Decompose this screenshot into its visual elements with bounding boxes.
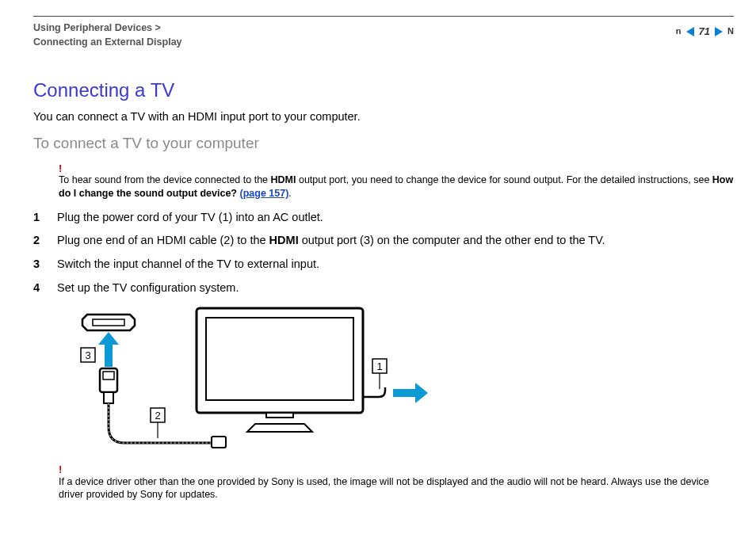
step2-a: Plug one end of an HDMI cable (2) to the: [57, 234, 269, 246]
svg-rect-7: [104, 392, 113, 403]
intro-text: You can connect a TV with an HDMI input …: [33, 109, 734, 125]
svg-rect-14: [266, 413, 293, 418]
top-rule: [33, 16, 734, 17]
svg-text:3: 3: [85, 349, 90, 361]
step2-hdmi: HDMI: [269, 234, 299, 246]
step-num: 1: [33, 210, 46, 226]
warning-icon: !: [59, 162, 734, 176]
note1-hdmi: HDMI: [271, 174, 296, 185]
step-3: 3 Switch the input channel of the TV to …: [33, 257, 734, 273]
step-num: 3: [33, 257, 46, 273]
svg-text:1: 1: [376, 360, 382, 372]
step-4: 4 Set up the TV configuration system.: [33, 280, 734, 296]
breadcrumb-sep: >: [155, 22, 161, 33]
diagram-label-3: 3: [81, 348, 95, 362]
section-subhead: To connect a TV to your computer: [33, 133, 734, 154]
svg-rect-15: [393, 389, 415, 397]
diagram-label-1: 1: [372, 359, 387, 389]
svg-rect-0: [93, 319, 124, 326]
step-1: 1 Plug the power cord of your TV (1) int…: [33, 210, 734, 226]
note1-dot: .: [288, 188, 291, 199]
step-text: Switch the input channel of the TV to ex…: [57, 257, 319, 273]
step-2: 2 Plug one end of an HDMI cable (2) to t…: [33, 233, 734, 249]
page-157-link[interactable]: (page 157): [240, 188, 289, 199]
step-num: 4: [33, 280, 46, 296]
page-number: 71: [699, 25, 710, 39]
svg-marker-2: [98, 332, 119, 345]
connection-diagram: 3 2: [65, 303, 734, 458]
breadcrumb-line2: Connecting an External Display: [33, 36, 182, 48]
note1-text-b: output port, you need to change the devi…: [296, 174, 712, 185]
steps-list: 1 Plug the power cord of your TV (1) int…: [33, 210, 734, 296]
svg-rect-1: [105, 345, 113, 367]
arrow-up-icon: [98, 332, 119, 367]
svg-text:2: 2: [155, 410, 160, 421]
header-row: Using Peripheral Devices > Connecting an…: [33, 21, 734, 49]
svg-marker-16: [415, 383, 428, 403]
svg-rect-8: [212, 437, 226, 448]
note2-text: If a device driver other than the one pr…: [59, 476, 709, 501]
note-driver: ! If a device driver other than the one …: [59, 463, 734, 502]
page-title: Connecting a TV: [33, 78, 734, 103]
step-text: Set up the TV configuration system.: [57, 280, 239, 296]
step-text: Plug the power cord of your TV (1) into …: [57, 210, 323, 226]
step-num: 2: [33, 233, 46, 249]
diagram-svg: 3 2: [65, 303, 445, 454]
diagram-label-2: 2: [151, 408, 165, 438]
pager: n 71 N: [676, 25, 734, 39]
svg-rect-6: [103, 372, 114, 380]
pager-next-icon[interactable]: [715, 27, 723, 36]
note-sound: ! To hear sound from the device connecte…: [59, 162, 734, 200]
hdmi-port-icon: [82, 315, 135, 330]
note1-text-a: To hear sound from the device connected …: [59, 174, 271, 185]
document-page: Using Peripheral Devices > Connecting an…: [0, 0, 756, 517]
pager-n-right: N: [727, 25, 734, 37]
step2-b: output port (3) on the computer and the …: [299, 234, 605, 246]
breadcrumb: Using Peripheral Devices > Connecting an…: [33, 21, 182, 49]
pager-n-left: n: [676, 25, 682, 37]
step-text: Plug one end of an HDMI cable (2) to the…: [57, 233, 605, 249]
breadcrumb-line1: Using Peripheral Devices: [33, 22, 152, 33]
arrow-right-icon: [393, 383, 428, 403]
tv-icon: [197, 308, 385, 432]
pager-prev-icon[interactable]: [686, 27, 694, 36]
warning-icon: !: [59, 463, 734, 477]
svg-rect-13: [206, 318, 353, 400]
